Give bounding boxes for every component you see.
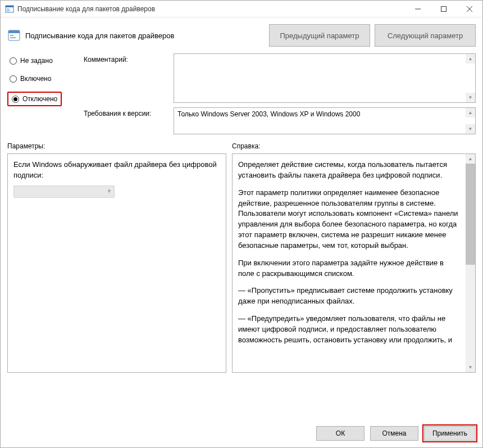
header-title: Подписывание кода для пакетов драйверов (25, 31, 265, 40)
titlebar: Подписывание кода для пакетов драйверов (1, 1, 482, 17)
radio-disabled[interactable]: Отключено (7, 92, 62, 106)
maximize-button[interactable] (431, 1, 457, 17)
radio-label: Не задано (20, 57, 53, 65)
ok-button[interactable]: ОК (316, 426, 364, 441)
parameters-panel: Если Windows обнаруживает файл драйвера … (7, 153, 226, 373)
svg-rect-10 (8, 30, 20, 33)
help-panel: Определяет действие системы, когда польз… (232, 153, 476, 373)
version-value: Только Windows Server 2003, Windows XP и… (177, 110, 360, 118)
scrollbar-thumb[interactable] (466, 164, 475, 265)
scroll-up-icon[interactable]: ▲ (466, 108, 475, 117)
app-icon (5, 4, 14, 13)
parameters-label: Параметры: (7, 142, 232, 150)
chevron-down-icon: ▼ (107, 188, 112, 195)
radio-group: Не задано Включено Отключено (7, 53, 75, 134)
mid-labels: Параметры: Справка: (1, 139, 482, 153)
svg-rect-4 (7, 11, 10, 11)
parameters-dropdown[interactable]: ▼ (13, 185, 115, 198)
radio-icon (12, 96, 19, 103)
scroll-up-icon[interactable]: ▲ (466, 54, 475, 64)
help-paragraph: При включении этого параметра задайте ну… (238, 258, 461, 279)
version-row: Требования к версии: Только Windows Serv… (84, 107, 476, 134)
svg-rect-2 (7, 8, 9, 9)
fields-column: Комментарий: ▲ ▼ Требования к версии: То… (84, 53, 476, 134)
help-paragraph: Определяет действие системы, когда польз… (238, 160, 461, 181)
version-label: Требования к версии: (84, 107, 168, 117)
comment-row: Комментарий: ▲ ▼ (84, 53, 476, 103)
version-box: Только Windows Server 2003, Windows XP и… (174, 107, 476, 134)
footer: ОК Отмена Применить (1, 418, 482, 447)
policy-icon (7, 29, 21, 42)
radio-icon (10, 57, 17, 65)
help-text: Определяет действие системы, когда польз… (238, 160, 461, 346)
minimize-button[interactable] (405, 1, 431, 17)
help-paragraph: Этот параметр политики определяет наимен… (238, 188, 461, 251)
scroll-down-icon[interactable]: ▼ (466, 124, 475, 134)
window-controls (405, 1, 482, 17)
radio-enabled[interactable]: Включено (7, 74, 75, 84)
version-scroll: ▲ ▼ (466, 108, 475, 134)
radio-label: Включено (20, 75, 51, 83)
radio-icon (10, 75, 17, 83)
dialog-window: Подписывание кода для пакетов драйверов … (0, 0, 483, 448)
next-setting-button[interactable]: Следующий параметр (375, 24, 476, 47)
help-label: Справка: (232, 142, 260, 150)
cancel-button[interactable]: Отмена (370, 426, 418, 441)
comment-textarea[interactable]: ▲ ▼ (174, 53, 476, 103)
help-paragraph: — «Предупредить» уведомляет пользователя… (238, 314, 461, 346)
help-paragraph: — «Пропустить» предписывает системе прод… (238, 286, 461, 307)
radio-label: Отключено (22, 95, 57, 103)
window-title: Подписывание кода для пакетов драйверов (17, 5, 405, 13)
previous-setting-button[interactable]: Предыдущий параметр (269, 24, 370, 47)
svg-rect-11 (10, 35, 13, 36)
svg-rect-6 (441, 6, 446, 11)
panels: Если Windows обнаруживает файл драйвера … (1, 153, 482, 373)
svg-rect-12 (10, 37, 16, 38)
scroll-down-icon[interactable]: ▼ (466, 363, 475, 372)
scroll-up-icon[interactable]: ▲ (466, 154, 475, 164)
comment-scroll: ▲ ▼ (466, 54, 475, 102)
apply-button[interactable]: Применить (424, 426, 476, 441)
scroll-down-icon[interactable]: ▼ (466, 93, 475, 102)
scrollbar-track[interactable] (466, 265, 475, 363)
close-button[interactable] (457, 1, 482, 17)
help-scrollbar[interactable]: ▲ ▼ (466, 154, 475, 372)
header-row: Подписывание кода для пакетов драйверов … (1, 17, 482, 53)
comment-label: Комментарий: (84, 53, 168, 64)
radio-not-configured[interactable]: Не задано (7, 56, 75, 66)
parameters-text: Если Windows обнаруживает файл драйвера … (13, 160, 220, 181)
settings-top: Не задано Включено Отключено Комментарий… (1, 53, 482, 139)
svg-rect-3 (7, 10, 10, 10)
svg-rect-1 (6, 6, 13, 7)
